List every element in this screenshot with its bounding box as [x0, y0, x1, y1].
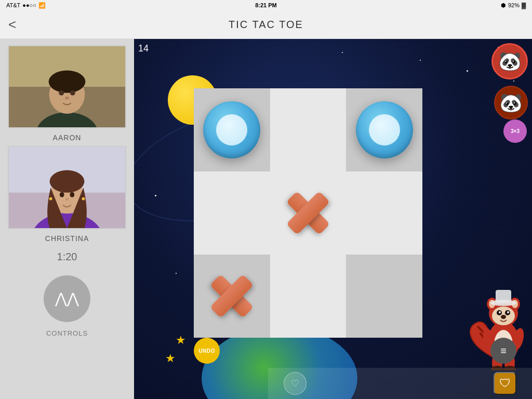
- score-display: 14: [138, 43, 149, 54]
- svg-point-18: [49, 197, 52, 201]
- menu-button[interactable]: ≡: [490, 338, 516, 364]
- status-left: AT&T ●●○○ 📶: [6, 2, 46, 9]
- player1-name: AARON: [53, 134, 82, 142]
- status-bar: AT&T ●●○○ 📶 8:21 PM ⬢ 92% ▓: [0, 0, 532, 10]
- christina-figure-svg: [9, 146, 125, 229]
- svg-point-15: [60, 192, 64, 197]
- svg-point-7: [70, 90, 75, 96]
- star: [342, 52, 343, 53]
- svg-point-17: [65, 198, 69, 201]
- red-panda-avatar: 🐼: [494, 86, 528, 119]
- battery-icon: ▓: [522, 2, 526, 8]
- size-badge[interactable]: 3×3: [503, 119, 527, 143]
- cell-1[interactable]: [194, 88, 270, 171]
- christina-video-placeholder: [9, 147, 125, 228]
- player2-name: CHRISTINA: [45, 234, 89, 243]
- aaron-figure-svg: [9, 45, 125, 128]
- o-piece: [356, 101, 413, 158]
- svg-point-5: [49, 71, 86, 93]
- back-button[interactable]: <: [8, 18, 16, 31]
- o-piece: [203, 101, 260, 158]
- star-decoration-small: ★: [194, 349, 201, 357]
- svg-point-16: [70, 192, 74, 197]
- status-right: ⬢ 92% ▓: [501, 2, 526, 9]
- game-timer: 1:20: [57, 251, 77, 263]
- page-title: TIC TAC TOE: [229, 19, 303, 31]
- cell-4[interactable]: [194, 171, 270, 255]
- game-area: 14 UNDO 🐼: [134, 39, 532, 399]
- x-piece: [203, 268, 260, 325]
- wifi-icon: 📶: [38, 2, 46, 9]
- cell-5[interactable]: [270, 171, 347, 255]
- menu-icon: ≡: [500, 345, 507, 357]
- shield-icon: 🛡: [499, 377, 511, 390]
- svg-point-31: [507, 311, 509, 313]
- cell-6[interactable]: [346, 171, 422, 255]
- status-time: 8:21 PM: [255, 2, 277, 8]
- game-board: [194, 88, 422, 338]
- star: [513, 81, 514, 82]
- aaron-video: [8, 45, 126, 128]
- shield-button[interactable]: 🛡: [494, 372, 516, 395]
- bluetooth-icon: ⬢: [501, 2, 506, 9]
- panda-face-hat: 🐼: [493, 45, 526, 78]
- svg-point-8: [65, 97, 69, 100]
- battery-text: 92%: [508, 2, 520, 8]
- star: [467, 70, 468, 72]
- nav-bar: < TIC TAC TOE: [0, 10, 532, 39]
- christina-video: [8, 146, 126, 229]
- controls-button[interactable]: ⋀⋀: [44, 275, 90, 322]
- panda-face: 🐼: [495, 87, 527, 118]
- cell-9[interactable]: [346, 255, 422, 338]
- bottom-bar: ♡ 🛡: [268, 368, 532, 399]
- svg-point-30: [499, 311, 501, 313]
- carrier-text: AT&T: [6, 2, 20, 8]
- star: [420, 60, 421, 61]
- svg-point-14: [50, 170, 85, 193]
- cell-8[interactable]: [270, 255, 347, 338]
- x-piece: [280, 184, 337, 242]
- signal-icon: ●●○○: [22, 2, 36, 8]
- star: [176, 273, 177, 274]
- cell-3[interactable]: [346, 88, 422, 171]
- controls-label: CONTROLS: [46, 329, 88, 337]
- heart-button[interactable]: ♡: [284, 372, 307, 395]
- controls-icon: ⋀⋀: [55, 291, 79, 306]
- left-panel: AARON: [0, 39, 134, 399]
- svg-rect-34: [496, 290, 511, 303]
- aaron-video-placeholder: [9, 46, 125, 127]
- svg-point-32: [501, 315, 506, 319]
- heart-icon: ♡: [291, 378, 299, 389]
- cell-7[interactable]: [194, 255, 270, 338]
- svg-point-6: [59, 90, 64, 96]
- svg-point-19: [82, 197, 85, 201]
- cell-2[interactable]: [270, 88, 347, 171]
- star-decoration-medium: ★: [165, 352, 176, 365]
- game-board-container: [194, 88, 422, 338]
- star-decoration-large: ★: [176, 334, 186, 347]
- red-panda-avatar-hat: 🐼: [491, 43, 528, 79]
